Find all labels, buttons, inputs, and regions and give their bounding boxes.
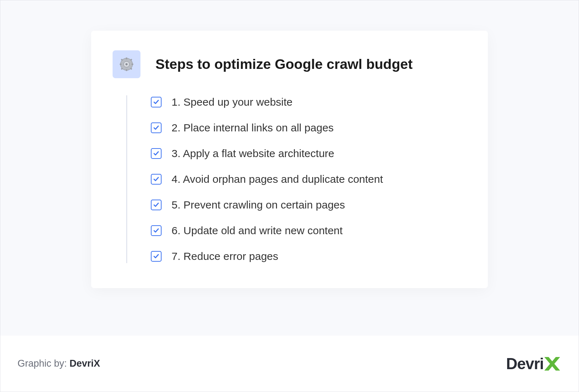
checkbox bbox=[151, 174, 162, 185]
check-icon bbox=[153, 176, 159, 182]
step-text: 5. Prevent crawling on certain pages bbox=[172, 199, 345, 211]
check-icon bbox=[153, 151, 159, 156]
footer: Graphic by: DevriX Devri bbox=[0, 336, 579, 392]
checkbox bbox=[151, 122, 162, 133]
step-text: 7. Reduce error pages bbox=[172, 250, 278, 262]
list-item: 7. Reduce error pages bbox=[151, 250, 466, 262]
logo-x-icon bbox=[542, 354, 561, 373]
checkbox bbox=[151, 148, 162, 159]
svg-rect-4 bbox=[126, 69, 127, 71]
list-item: 4. Avoid orphan pages and duplicate cont… bbox=[151, 173, 466, 185]
infographic-frame: Steps to optimize Google crawl budget 1.… bbox=[0, 0, 579, 392]
main-content-area: Steps to optimize Google crawl budget 1.… bbox=[0, 0, 579, 336]
card-title: Steps to optimize Google crawl budget bbox=[155, 56, 412, 73]
devrix-logo: Devri bbox=[506, 354, 561, 373]
step-text: 4. Avoid orphan pages and duplicate cont… bbox=[172, 173, 383, 185]
card-header: Steps to optimize Google crawl budget bbox=[113, 50, 466, 78]
checkbox bbox=[151, 97, 162, 107]
gear-icon bbox=[119, 57, 134, 71]
credit-brand: DevriX bbox=[70, 358, 100, 369]
step-text: 6. Update old and write new content bbox=[172, 225, 343, 237]
svg-rect-3 bbox=[126, 57, 127, 59]
svg-rect-5 bbox=[120, 64, 122, 65]
check-icon bbox=[153, 202, 159, 208]
steps-list: 1. Speed up your website 2. Place intern… bbox=[126, 95, 466, 263]
list-item: 5. Prevent crawling on certain pages bbox=[151, 199, 466, 211]
checkbox bbox=[151, 251, 162, 262]
list-item: 2. Place internal links on all pages bbox=[151, 122, 466, 134]
logo-text: Devri bbox=[506, 355, 544, 373]
checkbox bbox=[151, 225, 162, 236]
credit-text: Graphic by: DevriX bbox=[18, 358, 100, 369]
checkbox bbox=[151, 200, 162, 210]
step-text: 2. Place internal links on all pages bbox=[172, 122, 334, 134]
svg-rect-6 bbox=[132, 64, 133, 65]
step-text: 1. Speed up your website bbox=[172, 96, 293, 108]
list-item: 1. Speed up your website bbox=[151, 96, 466, 108]
svg-point-2 bbox=[125, 63, 128, 65]
title-icon-box bbox=[113, 50, 140, 78]
check-icon bbox=[153, 228, 159, 233]
list-item: 3. Apply a flat website architecture bbox=[151, 147, 466, 160]
content-card: Steps to optimize Google crawl budget 1.… bbox=[91, 31, 488, 288]
check-icon bbox=[153, 125, 159, 131]
step-text: 3. Apply a flat website architecture bbox=[172, 147, 334, 160]
credit-prefix: Graphic by: bbox=[18, 358, 70, 369]
list-item: 6. Update old and write new content bbox=[151, 225, 466, 237]
check-icon bbox=[153, 99, 159, 105]
check-icon bbox=[153, 253, 159, 259]
